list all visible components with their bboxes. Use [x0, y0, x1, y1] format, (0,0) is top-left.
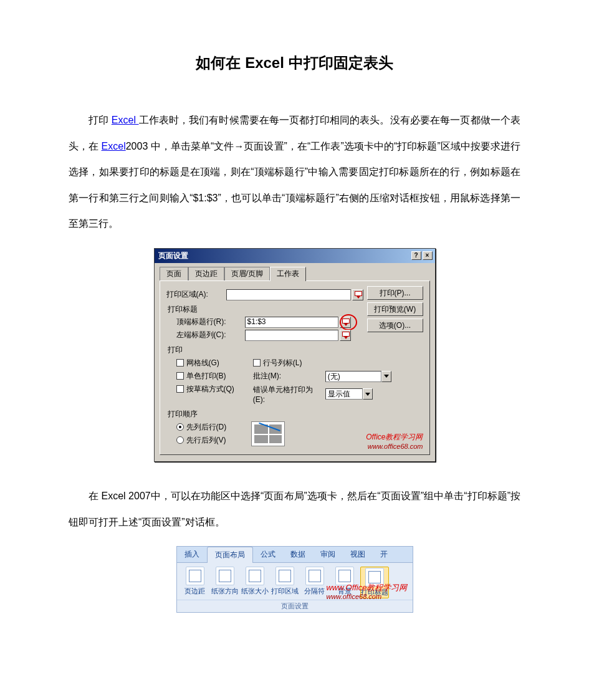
- order-radios: 先列后行(D) 先行后列(V): [166, 421, 227, 447]
- margins-icon: [186, 567, 204, 585]
- chevron-down-icon: [363, 388, 373, 400]
- top-row-label: 顶端标题行(R):: [176, 317, 245, 327]
- radio-icon: [176, 436, 184, 444]
- text: 打印: [89, 115, 112, 125]
- ribbon-label: 页边距: [184, 587, 205, 596]
- order-row: 先列后行(D) 先行后列(V): [166, 421, 423, 447]
- tab-sheet[interactable]: 工作表: [270, 267, 306, 281]
- comment-label: 批注(M):: [253, 371, 322, 381]
- checkbox-draft[interactable]: 按草稿方式(Q): [176, 384, 234, 395]
- ribbon-tab-page-layout[interactable]: 页面布局: [207, 547, 253, 563]
- tab-header-footer[interactable]: 页眉/页脚: [224, 267, 270, 281]
- ribbon-tab-review[interactable]: 审阅: [313, 547, 343, 562]
- ribbon-btn-background[interactable]: 背景: [330, 567, 359, 596]
- background-icon: [335, 567, 354, 585]
- ribbon: 插入 页面布局 公式 数据 审阅 视图 开 页边距 纸张方向 纸张大小 打印区域…: [176, 546, 413, 613]
- ribbon-btn-margins[interactable]: 页边距: [181, 567, 209, 596]
- checkbox-label: 单色打印(B): [186, 371, 226, 381]
- page-title: 如何在 Excel 中打印固定表头: [69, 53, 520, 73]
- radio-label: 先列后行(D): [186, 422, 227, 433]
- range-select-icon[interactable]: [340, 330, 351, 341]
- link-excel-1[interactable]: Excel: [112, 115, 139, 125]
- section-print: 打印: [168, 345, 423, 355]
- checkbox-label: 按草稿方式(Q): [186, 384, 234, 395]
- ribbon-label: 纸张方向: [211, 587, 239, 596]
- checkbox-icon: [176, 385, 184, 393]
- print-area-icon: [275, 567, 294, 585]
- comment-dropdown[interactable]: (无): [325, 371, 391, 382]
- ribbon-tab-data[interactable]: 数据: [283, 547, 313, 562]
- print-area-input[interactable]: [226, 289, 351, 300]
- section-order: 打印顺序: [168, 409, 423, 420]
- dialog-title: 页面设置: [158, 251, 188, 261]
- ribbon-tab-view[interactable]: 视图: [343, 547, 373, 562]
- figure-page-setup-dialog: 页面设置 ? × 页面 页边距 页眉/页脚 工作表 打印(P)... 打印预览(…: [69, 248, 520, 462]
- ribbon-btn-print-titles[interactable]: 打印标题: [360, 567, 389, 598]
- window-buttons: ? ×: [411, 251, 433, 260]
- paragraph-1: 打印 Excel 工作表时，我们有时候需要在每一页都打印相同的表头。没有必要在每…: [69, 107, 520, 237]
- ribbon-label: 纸张大小: [241, 587, 269, 596]
- tab-margins[interactable]: 页边距: [188, 267, 224, 281]
- top-row-input[interactable]: $1:$3: [245, 317, 338, 328]
- close-button[interactable]: ×: [423, 251, 433, 260]
- print-area-label: 打印区域(A):: [166, 289, 226, 300]
- print-options-col2: 行号列标(L) 批注(M): (无) 错误单元格打印为(E): 显示值: [253, 357, 391, 405]
- breaks-icon: [305, 567, 324, 585]
- checkbox-icon: [176, 359, 184, 367]
- checkbox-label: 行号列标(L): [263, 358, 302, 368]
- page-order-icon: [251, 421, 285, 446]
- radio-icon: [176, 423, 184, 431]
- ribbon-label: 分隔符: [304, 587, 325, 596]
- row-comments: 批注(M): (无): [253, 371, 391, 382]
- checkbox-icon: [176, 372, 184, 380]
- document-page: 如何在 Excel 中打印固定表头 打印 Excel 工作表时，我们有时候需要在…: [0, 0, 589, 659]
- preview-button[interactable]: 打印预览(W): [367, 302, 423, 316]
- checkbox-gridlines[interactable]: 网格线(G): [176, 358, 234, 368]
- ribbon-group-label: 页面设置: [177, 600, 413, 612]
- radio-over-then-down[interactable]: 先行后列(V): [176, 435, 227, 446]
- dialog-tabs: 页面 页边距 页眉/页脚 工作表: [160, 267, 430, 281]
- chevron-down-icon: [381, 371, 391, 382]
- link-excel-2[interactable]: Excel: [102, 141, 126, 151]
- text: 2003 中，单击菜单“文件→页面设置”，在“工作表”选项卡中的“打印标题”区域…: [69, 141, 520, 229]
- dialog-titlebar[interactable]: 页面设置 ? ×: [155, 249, 435, 263]
- left-col-label: 左端标题列(C):: [176, 330, 245, 340]
- ribbon-tabs: 插入 页面布局 公式 数据 审阅 视图 开: [177, 547, 413, 563]
- dialog-body: 页面 页边距 页眉/页脚 工作表 打印(P)... 打印预览(W) 选项(O).…: [155, 263, 435, 461]
- checkbox-mono[interactable]: 单色打印(B): [176, 371, 234, 381]
- ribbon-btn-size[interactable]: 纸张大小: [241, 567, 269, 596]
- range-select-icon[interactable]: [352, 289, 363, 300]
- print-options-grid: 网格线(G) 单色打印(B) 按草稿方式(Q) 行号列标(L) 批注(M): (…: [166, 357, 423, 405]
- ribbon-tab-formulas[interactable]: 公式: [253, 547, 283, 562]
- checkbox-icon: [253, 359, 261, 367]
- figure-ribbon: 插入 页面布局 公式 数据 审阅 视图 开 页边距 纸张方向 纸张大小 打印区域…: [69, 546, 520, 613]
- ribbon-tab-insert[interactable]: 插入: [177, 547, 207, 562]
- help-button[interactable]: ?: [411, 251, 421, 260]
- page-setup-dialog: 页面设置 ? × 页面 页边距 页眉/页脚 工作表 打印(P)... 打印预览(…: [154, 248, 436, 462]
- dropdown-value: 显示值: [325, 388, 363, 400]
- radio-down-then-over[interactable]: 先列后行(D): [176, 422, 227, 433]
- row-top-rows: 顶端标题行(R): $1:$3: [166, 317, 423, 328]
- print-options-col1: 网格线(G) 单色打印(B) 按草稿方式(Q): [166, 357, 234, 405]
- ribbon-btn-breaks[interactable]: 分隔符: [300, 567, 329, 596]
- size-icon: [246, 567, 264, 585]
- checkbox-label: 网格线(G): [186, 358, 219, 368]
- ribbon-label: 打印标题: [361, 588, 388, 597]
- paragraph-2: 在 Excel 2007中，可以在功能区中选择“页面布局”选项卡，然后在“页面设…: [69, 483, 520, 535]
- range-select-icon[interactable]: [340, 317, 351, 328]
- error-label: 错误单元格打印为(E):: [253, 385, 322, 404]
- checkbox-rowcol[interactable]: 行号列标(L): [253, 358, 391, 368]
- print-titles-icon: [365, 568, 384, 587]
- ribbon-label: 背景: [338, 587, 352, 596]
- error-dropdown[interactable]: 显示值: [325, 388, 373, 400]
- tab-page[interactable]: 页面: [160, 267, 188, 281]
- orientation-icon: [216, 567, 234, 585]
- row-errors: 错误单元格打印为(E): 显示值: [253, 385, 391, 404]
- radio-label: 先行后列(V): [186, 435, 226, 446]
- ribbon-label: 打印区域: [271, 587, 299, 596]
- ribbon-tab-more[interactable]: 开: [373, 547, 395, 562]
- ribbon-btn-orientation[interactable]: 纸张方向: [211, 567, 239, 596]
- print-button[interactable]: 打印(P)...: [367, 286, 423, 300]
- left-col-input[interactable]: [245, 330, 338, 341]
- ribbon-btn-print-area[interactable]: 打印区域: [271, 567, 299, 596]
